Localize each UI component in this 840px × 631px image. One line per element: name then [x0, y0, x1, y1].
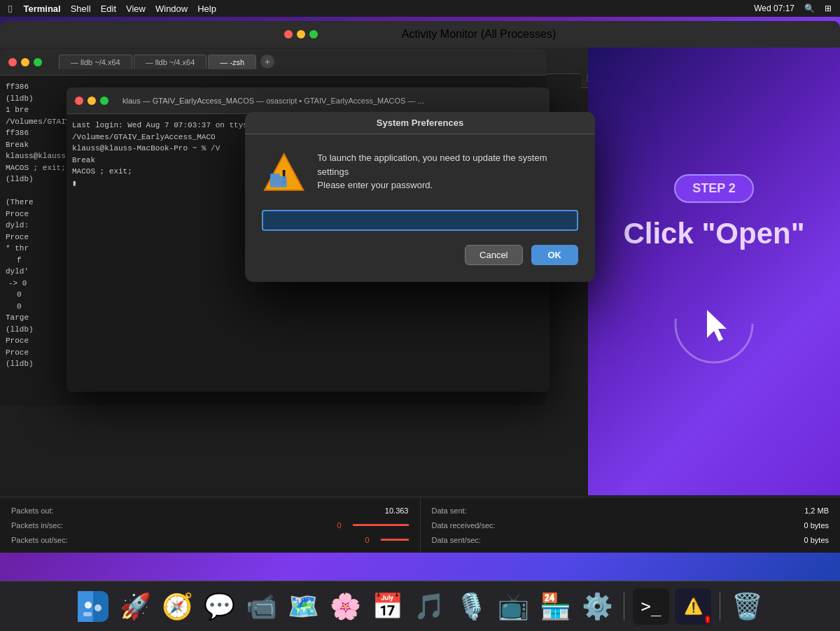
menu-edit[interactable]: Edit [101, 3, 116, 14]
dialog-sub-message: Please enter your password. [317, 178, 578, 192]
dialog-buttons: Cancel OK [262, 245, 578, 265]
svg-rect-5 [270, 173, 280, 178]
menubar-time: Wed 07:17 [754, 3, 794, 13]
dialog-content-row: ! To launch the application, you need to… [262, 151, 578, 196]
dialog-titlebar: System Preferences [245, 112, 595, 134]
dialog-title: System Preferences [377, 118, 463, 128]
menu-window[interactable]: Window [155, 3, 188, 14]
control-center-icon[interactable]: ⊞ [825, 3, 832, 13]
warning-icon: ! [262, 151, 306, 196]
search-icon[interactable]: 🔍 [804, 3, 815, 13]
menu-shell[interactable]: Shell [71, 3, 91, 14]
menu-help[interactable]: Help [197, 3, 216, 14]
apple-menu[interactable]:  [8, 3, 12, 15]
cancel-button[interactable]: Cancel [465, 245, 522, 265]
dialog-password-row [262, 210, 578, 231]
dialog-main-message: To launch the application, you need to u… [317, 151, 578, 178]
dialog-message-text: To launch the application, you need to u… [317, 151, 578, 196]
menubar:  Terminal Shell Edit View Window Help W… [0, 0, 840, 17]
svg-rect-4 [270, 176, 287, 187]
menu-terminal[interactable]: Terminal [23, 3, 60, 14]
system-preferences-dialog: System Preferences ! To launch the appli… [245, 112, 595, 282]
dialog-overlay: System Preferences ! To launch the appli… [0, 0, 840, 631]
password-input[interactable] [262, 210, 578, 231]
ok-button[interactable]: OK [531, 245, 579, 265]
menu-view[interactable]: View [126, 3, 146, 14]
dialog-body: ! To launch the application, you need to… [245, 134, 595, 282]
